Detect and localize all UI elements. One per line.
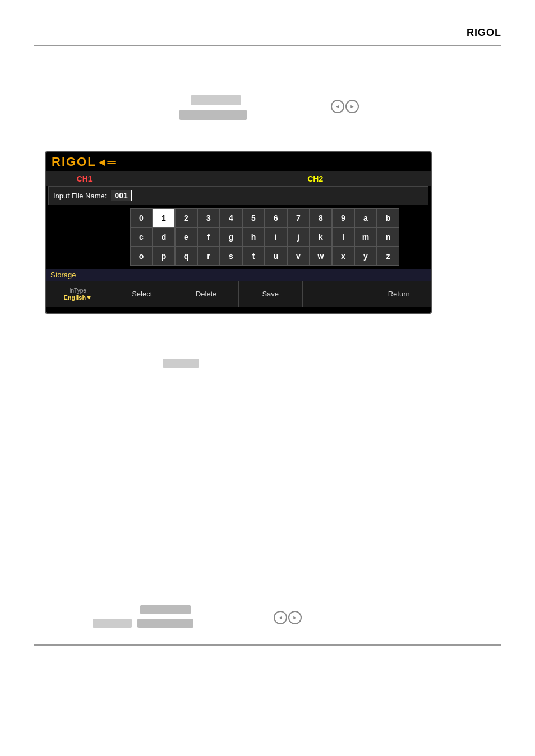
- top-decorative-bar-1: [191, 95, 241, 105]
- kb-key-h[interactable]: h: [242, 228, 265, 247]
- kb-key-l[interactable]: l: [332, 228, 354, 247]
- kb-key-n[interactable]: n: [377, 228, 399, 247]
- kb-key-y[interactable]: y: [354, 247, 377, 266]
- keyboard-area: 0 1 2 3 4 5 6 7 8 9 a b c d e f g h i j …: [130, 205, 431, 269]
- intype-label: InType: [70, 287, 86, 294]
- bottom-decorative-bar-1: [140, 605, 191, 614]
- input-file-label: Input File Name:: [53, 192, 107, 200]
- kb-key-p[interactable]: p: [153, 247, 175, 266]
- bottom-decorative-bar-3: [137, 619, 193, 628]
- select-button[interactable]: Select: [110, 281, 175, 307]
- input-file-value: 001: [111, 190, 132, 201]
- kb-key-m[interactable]: m: [354, 228, 377, 247]
- kb-row-0: 0 1 2 3 4 5 6 7 8 9 a b: [130, 208, 426, 228]
- kb-key-7[interactable]: 7: [287, 208, 310, 228]
- kb-key-1[interactable]: 1: [153, 208, 175, 228]
- return-button[interactable]: Return: [367, 281, 431, 307]
- top-usb-icon: ◄ ►: [331, 94, 359, 113]
- bottom-usb-icon: ◄ ►: [274, 605, 302, 624]
- kb-key-z[interactable]: z: [377, 247, 399, 266]
- back-arrow-icon: ◄═: [96, 156, 116, 169]
- kb-key-r[interactable]: r: [197, 247, 220, 266]
- screen-header: RIGOL ◄═: [46, 152, 431, 171]
- kb-key-q[interactable]: q: [175, 247, 197, 266]
- input-file-row: Input File Name: 001: [48, 186, 428, 205]
- intype-button[interactable]: InType English▼: [46, 281, 110, 307]
- delete-button[interactable]: Delete: [174, 281, 239, 307]
- bottom-divider: [34, 644, 501, 646]
- kb-key-f[interactable]: f: [197, 228, 220, 247]
- empty-button: [303, 281, 367, 307]
- mid-decorative-bar: [163, 359, 199, 368]
- kb-key-8[interactable]: 8: [310, 208, 332, 228]
- return-label: Return: [388, 290, 410, 298]
- channel-bar: CH1 CH2: [46, 171, 431, 186]
- delete-label: Delete: [196, 290, 217, 298]
- top-divider: [34, 45, 501, 46]
- kb-key-i[interactable]: i: [265, 228, 287, 247]
- oscilloscope-screen: RIGOL ◄═ CH1 CH2 Input File Name: 001 0 …: [45, 151, 432, 314]
- storage-label: Storage: [46, 269, 431, 281]
- kb-key-t[interactable]: t: [242, 247, 265, 266]
- kb-key-d[interactable]: d: [153, 228, 175, 247]
- kb-key-4[interactable]: 4: [220, 208, 242, 228]
- kb-key-2[interactable]: 2: [175, 208, 197, 228]
- bottom-decorative-bar-2: [93, 619, 132, 628]
- ch1-label: CH1: [46, 173, 123, 185]
- kb-row-1: c d e f g h i j k l m n: [130, 228, 426, 247]
- kb-key-u[interactable]: u: [265, 247, 287, 266]
- kb-key-3[interactable]: 3: [197, 208, 220, 228]
- kb-key-5[interactable]: 5: [242, 208, 265, 228]
- select-label: Select: [132, 290, 152, 298]
- kb-key-e[interactable]: e: [175, 228, 197, 247]
- save-label: Save: [262, 290, 279, 298]
- kb-key-0[interactable]: 0: [130, 208, 153, 228]
- save-button[interactable]: Save: [239, 281, 303, 307]
- kb-row-2: o p q r s t u v w x y z: [130, 247, 426, 266]
- kb-key-o[interactable]: o: [130, 247, 153, 266]
- kb-key-x[interactable]: x: [332, 247, 354, 266]
- kb-key-j[interactable]: j: [287, 228, 310, 247]
- kb-key-a[interactable]: a: [354, 208, 377, 228]
- top-decorative-bar-2: [179, 110, 247, 120]
- kb-key-w[interactable]: w: [310, 247, 332, 266]
- kb-key-g[interactable]: g: [220, 228, 242, 247]
- screen-rigol-logo: RIGOL: [52, 155, 96, 169]
- kb-key-k[interactable]: k: [310, 228, 332, 247]
- kb-key-c[interactable]: c: [130, 228, 153, 247]
- ch2-label: CH2: [277, 173, 354, 185]
- english-label: English▼: [63, 294, 92, 301]
- kb-key-v[interactable]: v: [287, 247, 310, 266]
- kb-key-9[interactable]: 9: [332, 208, 354, 228]
- kb-key-s[interactable]: s: [220, 247, 242, 266]
- button-bar: InType English▼ Select Delete Save Retur…: [46, 281, 431, 307]
- kb-key-b[interactable]: b: [377, 208, 399, 228]
- page-brand: RIGOL: [467, 27, 501, 39]
- kb-key-6[interactable]: 6: [265, 208, 287, 228]
